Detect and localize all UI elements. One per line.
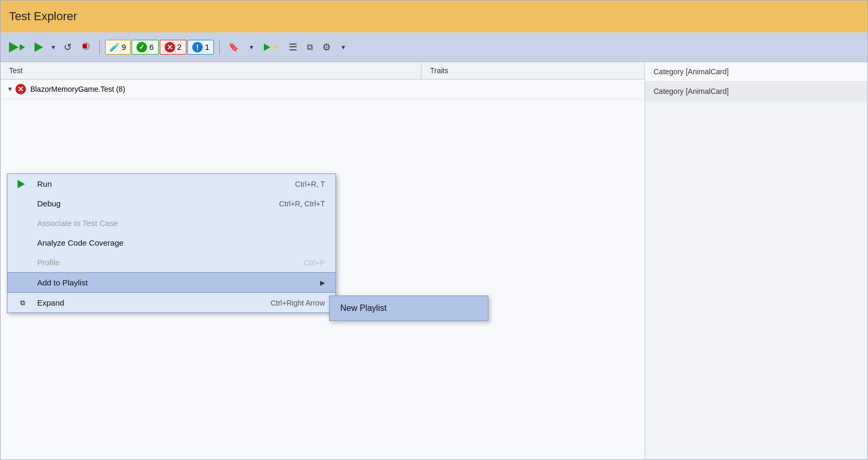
group-button[interactable]: ☰ — [286, 39, 300, 55]
settings-button[interactable]: ⚙ — [319, 39, 334, 55]
trait-row-2: Category [AnimalCard] — [645, 82, 867, 101]
node-error-icon: ✕ — [15, 84, 26, 94]
run-all-button[interactable] — [31, 40, 46, 54]
playlist-button[interactable]: ⧉ — [304, 40, 316, 54]
traits-panel: Category [AnimalCard] Category [AnimalCa… — [644, 62, 867, 459]
run-with-debug-button[interactable] — [6, 40, 28, 55]
submenu: New Playlist — [329, 296, 488, 321]
fail-count: 2 — [177, 42, 182, 51]
expand-icon: ▼ — [7, 85, 13, 93]
expand-menu-icon: ⧉ — [15, 299, 30, 307]
menu-item-run[interactable]: Run Ctrl+R, T — [7, 174, 336, 194]
filter-dropdown-button[interactable]: ▼ — [245, 42, 257, 53]
settings-dropdown-button[interactable]: ▼ — [337, 42, 349, 53]
run-dropdown-button[interactable]: ▼ — [49, 42, 57, 53]
submenu-arrow-icon: ▶ — [320, 279, 325, 287]
menu-playlist-label: Add to Playlist — [37, 278, 88, 287]
menu-item-associate: Associate to Test Case — [7, 213, 336, 233]
rerun-button[interactable]: ↺ — [61, 39, 75, 55]
menu-item-debug[interactable]: Debug Ctrl+R, Ctrl+T — [7, 194, 336, 213]
title-bar: Test Explorer — [1, 1, 867, 32]
check-icon: ✓ — [136, 42, 147, 53]
warn-count: 1 — [205, 42, 209, 51]
submenu-new-playlist-label: New Playlist — [340, 303, 386, 313]
menu-expand-label: Expand — [37, 298, 64, 307]
menu-associate-label: Associate to Test Case — [37, 219, 118, 228]
menu-run-shortcut: Ctrl+R, T — [295, 180, 325, 188]
separator-1 — [99, 40, 100, 55]
warn-badge[interactable]: ! 1 — [187, 40, 214, 55]
menu-debug-shortcut: Ctrl+R, Ctrl+T — [279, 199, 325, 208]
menu-run-label: Run — [37, 179, 52, 188]
traits-column-header: Traits — [422, 62, 644, 79]
flask-badge[interactable]: 🧪 9 — [105, 40, 131, 55]
menu-debug-label: Debug — [37, 199, 61, 208]
flask-count: 9 — [122, 42, 126, 51]
fail-badge[interactable]: ✕ 2 — [160, 40, 186, 55]
menu-profile-label: Profile — [37, 258, 60, 267]
filter-button[interactable]: 🔖 — [225, 40, 242, 54]
context-menu: Run Ctrl+R, T Debug Ctrl+R, Ctrl+T Assoc… — [7, 173, 336, 313]
pass-badge[interactable]: ✓ 6 — [132, 40, 158, 55]
trait-row-1: Category [AnimalCard] — [645, 62, 867, 82]
menu-item-profile: Profile Ctrl+P — [7, 253, 336, 272]
error-icon: ✕ — [165, 42, 175, 53]
menu-item-coverage[interactable]: Analyze Code Coverage — [7, 233, 336, 253]
submenu-item-new-playlist[interactable]: New Playlist — [330, 296, 488, 320]
toolbar: ▼ ↺ 🧪 9 ✓ 6 ✕ 2 ! — [1, 32, 867, 62]
main-window: Test Explorer ▼ ↺ 🧪 — [0, 0, 868, 460]
pass-count: 6 — [149, 42, 153, 51]
tree-node-label: BlazorMemoryGame.Test (8) — [30, 85, 125, 93]
stop-button[interactable] — [78, 40, 94, 54]
test-column-header: Test — [1, 62, 422, 79]
menu-item-expand[interactable]: ⧉ Expand Ctrl+Right Arrow — [7, 293, 336, 313]
menu-profile-shortcut: Ctrl+P — [304, 258, 325, 267]
window-title: Test Explorer — [9, 10, 77, 23]
badge-group: 🧪 9 ✓ 6 ✕ 2 ! 1 — [105, 40, 214, 55]
run-failed-button[interactable]: ⚡ — [261, 41, 282, 53]
panel-header: Test Traits — [1, 62, 644, 80]
menu-item-playlist[interactable]: Add to Playlist ▶ — [7, 273, 336, 292]
menu-coverage-label: Analyze Code Coverage — [37, 238, 124, 247]
separator-2 — [219, 40, 220, 55]
tree-root-row[interactable]: ▼ ✕ BlazorMemoryGame.Test (8) — [1, 80, 644, 99]
content-area: Test Traits ▼ ✕ BlazorMemoryGame.Test (8… — [1, 62, 867, 459]
info-icon: ! — [192, 42, 203, 53]
menu-expand-shortcut: Ctrl+Right Arrow — [271, 299, 325, 307]
run-icon — [15, 180, 30, 188]
flask-icon: 🧪 — [110, 42, 119, 52]
